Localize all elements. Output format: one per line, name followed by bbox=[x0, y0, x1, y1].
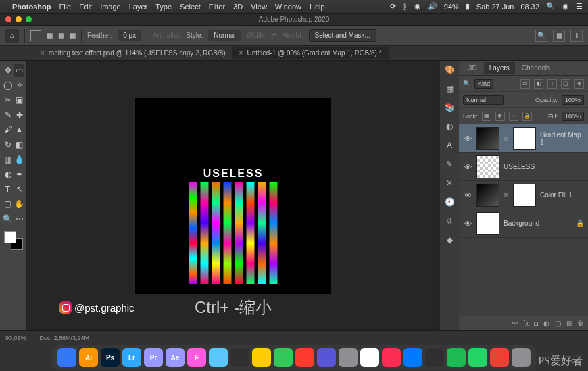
dock-app-icon[interactable] bbox=[317, 348, 336, 367]
menu-layer[interactable]: Layer bbox=[129, 3, 148, 11]
maximize-window-button[interactable] bbox=[26, 16, 32, 22]
opacity-input[interactable]: 100% bbox=[562, 95, 584, 105]
close-tab-icon[interactable]: × bbox=[239, 49, 243, 57]
home-button[interactable]: ⌂ bbox=[5, 29, 19, 43]
color-swatches[interactable] bbox=[3, 230, 24, 250]
layer-mask-thumbnail[interactable] bbox=[513, 184, 536, 207]
search-icon[interactable]: 🔍 bbox=[535, 30, 547, 42]
hand-tool-icon[interactable]: ✋ bbox=[14, 197, 24, 211]
stamp-tool-icon[interactable]: ▲ bbox=[14, 123, 24, 137]
visibility-toggle-icon[interactable]: 👁 bbox=[463, 191, 472, 199]
menu-edit[interactable]: Edit bbox=[79, 3, 92, 11]
layer-thumbnail[interactable] bbox=[476, 212, 499, 235]
menu-3d[interactable]: 3D bbox=[233, 3, 243, 11]
lock-all-icon[interactable]: 🔒 bbox=[522, 112, 532, 121]
menu-type[interactable]: Type bbox=[155, 3, 172, 11]
glyphs-panel-icon[interactable]: 𝔄 bbox=[447, 216, 452, 226]
dock-app-icon[interactable]: Ps bbox=[101, 348, 120, 367]
blend-mode-select[interactable]: Normal bbox=[463, 95, 504, 105]
lasso-tool-icon[interactable]: ◯ bbox=[3, 78, 13, 92]
feather-input[interactable]: 0 px bbox=[118, 30, 141, 41]
wifi-icon[interactable]: ⟳ bbox=[390, 2, 396, 11]
menu-view[interactable]: View bbox=[251, 3, 267, 11]
wand-tool-icon[interactable]: ✧ bbox=[14, 78, 24, 92]
spotlight-icon[interactable]: 🔍 bbox=[546, 2, 556, 11]
type-tool-icon[interactable]: T bbox=[3, 182, 13, 196]
dock-app-icon[interactable] bbox=[295, 348, 314, 367]
share-icon[interactable]: ⇪ bbox=[570, 30, 583, 42]
link-layers-icon[interactable]: ⚯ bbox=[512, 320, 518, 327]
paths-panel-icon[interactable]: ◆ bbox=[447, 235, 453, 245]
mask-link-icon[interactable]: ⌘ bbox=[504, 193, 509, 198]
visibility-toggle-icon[interactable]: 👁 bbox=[463, 220, 472, 228]
shape-tool-icon[interactable]: ▢ bbox=[3, 197, 13, 211]
dock-app-icon[interactable] bbox=[339, 348, 358, 367]
layer-thumbnail[interactable] bbox=[476, 155, 499, 178]
filter-adjust-icon[interactable]: ◐ bbox=[534, 79, 543, 89]
workspace-icon[interactable]: ▦ bbox=[553, 30, 565, 42]
character-panel-icon[interactable]: A bbox=[447, 141, 452, 150]
adjustment-layer-icon[interactable]: ◐ bbox=[543, 320, 549, 327]
layer-name[interactable]: Background bbox=[504, 220, 572, 227]
volume-icon[interactable]: 🔊 bbox=[428, 2, 437, 11]
style-select[interactable]: Normal bbox=[208, 30, 241, 41]
dodge-tool-icon[interactable]: ◐ bbox=[3, 168, 13, 181]
bluetooth-icon[interactable]: ᛒ bbox=[403, 3, 408, 11]
filter-type-icon[interactable]: T bbox=[547, 79, 557, 89]
history-brush-icon[interactable]: ↻ bbox=[3, 138, 13, 151]
selection-mode-icon[interactable] bbox=[30, 30, 41, 41]
lock-position-icon[interactable]: ✥ bbox=[495, 112, 505, 121]
subtract-selection-icon[interactable]: ▦ bbox=[70, 32, 76, 39]
dock-app-icon[interactable] bbox=[447, 348, 466, 367]
layer-name[interactable]: Gradient Map 1 bbox=[540, 131, 584, 146]
layer-row[interactable]: 👁 ⌘ Color Fill 1 bbox=[459, 181, 588, 209]
brush-tool-icon[interactable]: 🖌 bbox=[3, 123, 13, 137]
gradient-tool-icon[interactable]: ▥ bbox=[3, 153, 13, 166]
crossed-tools-icon[interactable]: ✕ bbox=[446, 178, 453, 188]
delete-layer-icon[interactable]: 🗑 bbox=[577, 320, 584, 327]
lock-pixels-icon[interactable]: ▦ bbox=[482, 112, 491, 121]
pencil-panel-icon[interactable]: ✎ bbox=[446, 159, 453, 169]
layer-thumbnail[interactable] bbox=[476, 127, 499, 150]
layer-filter-select[interactable]: Kind bbox=[474, 79, 493, 89]
filter-smart-icon[interactable]: ◈ bbox=[574, 79, 584, 89]
new-layer-icon[interactable]: ⊞ bbox=[566, 320, 572, 327]
app-menu[interactable]: Photoshop bbox=[12, 3, 51, 11]
dock-app-icon[interactable] bbox=[230, 348, 249, 367]
swatches-panel-icon[interactable]: ▦ bbox=[446, 84, 454, 93]
visibility-toggle-icon[interactable]: 👁 bbox=[463, 134, 472, 143]
zoom-tool-icon[interactable]: 🔍 bbox=[3, 212, 13, 226]
add-selection-icon[interactable]: ▦ bbox=[58, 32, 64, 39]
layer-name[interactable]: USELESS bbox=[504, 163, 584, 170]
layer-mask-thumbnail[interactable] bbox=[513, 127, 536, 150]
tab-untitled[interactable]: × Untitled-1 @ 90% (Gradient Map 1, RGB/… bbox=[232, 47, 389, 59]
menu-filter[interactable]: Filter bbox=[209, 3, 225, 11]
new-selection-icon[interactable]: ▦ bbox=[47, 32, 53, 39]
menu-image[interactable]: Image bbox=[100, 3, 121, 11]
healing-tool-icon[interactable]: ✚ bbox=[14, 108, 24, 122]
layer-mask-icon[interactable]: ◘ bbox=[534, 320, 538, 327]
tab-melting-text[interactable]: × melting text effect.psd @ 114% (USELES… bbox=[34, 47, 232, 59]
search-icon[interactable]: 🔍 bbox=[463, 80, 470, 87]
dock-app-icon[interactable] bbox=[209, 348, 228, 367]
group-icon[interactable]: ▢ bbox=[555, 320, 561, 327]
filter-shape-icon[interactable]: ▢ bbox=[561, 79, 570, 89]
select-and-mask-button[interactable]: Select and Mask... bbox=[309, 29, 376, 42]
visibility-toggle-icon[interactable]: 👁 bbox=[463, 163, 472, 171]
dock-app-icon[interactable]: Pr bbox=[144, 348, 163, 367]
dock-app-icon[interactable] bbox=[403, 348, 422, 367]
menu-window[interactable]: Window bbox=[275, 3, 301, 11]
blur-tool-icon[interactable]: 💧 bbox=[14, 153, 24, 166]
dock-app-icon[interactable] bbox=[425, 348, 444, 367]
menu-select[interactable]: Select bbox=[180, 3, 201, 11]
marquee-tool-icon[interactable]: ▭ bbox=[14, 64, 24, 77]
tab-layers[interactable]: Layers bbox=[484, 62, 515, 74]
close-window-button[interactable] bbox=[5, 16, 11, 22]
mask-link-icon[interactable]: ⌘ bbox=[504, 136, 509, 141]
dock-app-icon[interactable] bbox=[57, 348, 76, 367]
libraries-panel-icon[interactable]: 📚 bbox=[445, 103, 455, 112]
menubar-date[interactable]: Sab 27 Jun bbox=[476, 3, 514, 11]
dock-app-icon[interactable] bbox=[512, 348, 531, 367]
battery-percent[interactable]: 94% bbox=[444, 3, 459, 11]
color-panel-icon[interactable]: 🎨 bbox=[445, 65, 455, 74]
